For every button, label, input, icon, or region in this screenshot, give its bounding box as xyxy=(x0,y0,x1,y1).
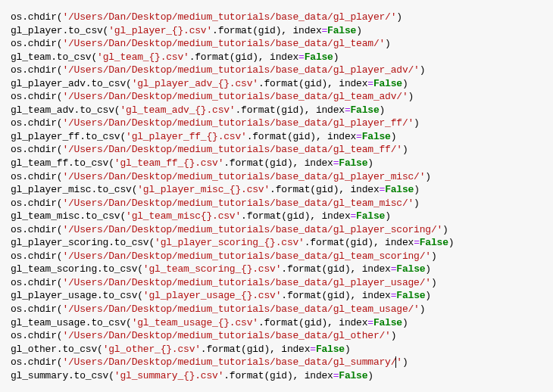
code-token: gl_other.to_csv( xyxy=(11,344,103,355)
code-line[interactable]: os.chdir('/Users/Dan/Desktop/medium_tuto… xyxy=(11,90,539,104)
code-token: os.chdir( xyxy=(11,250,62,262)
code-line[interactable]: os.chdir('/Users/Dan/Desktop/medium_tuto… xyxy=(11,11,539,24)
code-token: = xyxy=(310,344,316,355)
code-token: gl_player_scoring.to_csv( xyxy=(11,237,155,248)
code-line[interactable]: gl_team_adv.to_csv('gl_team_adv_{}.csv'.… xyxy=(11,104,539,117)
code-token: 'gl_team_misc{}.csv' xyxy=(126,210,241,222)
code-token: os.chdir( xyxy=(11,224,62,235)
code-token: .format(gid), index xyxy=(223,370,333,381)
code-token: 'gl_team_usage_{}.csv' xyxy=(132,317,258,328)
code-token: gl_player_misc.to_csv( xyxy=(11,184,137,195)
code-token: 'gl_player_adv_{}.csv' xyxy=(132,78,258,89)
code-token: '/Users/Dan/Desktop/medium_tutorials/bas… xyxy=(62,224,442,235)
code-token: ) xyxy=(414,184,420,195)
code-token: False xyxy=(327,25,356,36)
code-token: .format(gid), index xyxy=(270,184,379,195)
code-line[interactable]: gl_team_scoring.to_csv('gl_team_scoring_… xyxy=(11,263,539,276)
code-token: ) xyxy=(345,344,351,355)
code-line[interactable] xyxy=(11,382,539,392)
code-token: os.chdir( xyxy=(11,330,62,341)
code-line[interactable]: gl_player_misc.to_csv('gl_player_misc_{}… xyxy=(11,183,539,197)
code-token: .format(gid), index xyxy=(189,51,298,63)
code-line[interactable]: os.chdir('/Users/Dan/Desktop/medium_tuto… xyxy=(11,143,539,157)
code-token: os.chdir( xyxy=(11,117,62,129)
code-line[interactable]: os.chdir('/Users/Dan/Desktop/medium_tuto… xyxy=(11,197,539,210)
code-line[interactable]: gl_player_usage.to_csv('gl_player_usage_… xyxy=(11,289,539,303)
code-line[interactable]: os.chdir('/Users/Dan/Desktop/medium_tuto… xyxy=(11,329,539,343)
code-token: ) xyxy=(408,91,414,102)
code-token: = xyxy=(345,104,351,116)
code-line[interactable]: os.chdir('/Users/Dan/Desktop/medium_tuto… xyxy=(11,250,539,263)
code-token: False xyxy=(351,104,380,116)
code-token: ) xyxy=(356,25,362,36)
code-token: gl_team_ff.to_csv( xyxy=(11,157,114,169)
code-line[interactable]: gl_player_adv.to_csv('gl_player_adv_{}.c… xyxy=(11,77,539,91)
code-token: ) xyxy=(333,51,339,63)
code-token: '/Users/Dan/Desktop/medium_tutorials/bas… xyxy=(62,303,419,315)
code-token: ) xyxy=(431,277,437,288)
code-token: ) xyxy=(380,104,386,116)
code-token: False xyxy=(339,370,367,381)
code-token: 'gl_team_adv_{}.csv' xyxy=(120,104,235,116)
code-token: os.chdir( xyxy=(11,198,62,209)
code-token: .format(gid), index xyxy=(201,344,310,355)
code-line[interactable]: os.chdir('/Users/Dan/Desktop/medium_tuto… xyxy=(11,276,539,290)
code-token: '/Users/Dan/Desktop/medium_tutorials/bas… xyxy=(62,198,414,209)
code-token: ) xyxy=(448,237,455,248)
code-line[interactable]: gl_team_ff.to_csv('gl_team_ff_{}.csv'.fo… xyxy=(11,157,539,170)
code-token: .format(gid), index xyxy=(223,157,333,169)
code-token: 'gl_player_ff_{}.csv' xyxy=(126,131,247,142)
code-token: ) xyxy=(391,330,397,341)
code-token: .format(gid), index xyxy=(281,263,390,275)
code-editor[interactable]: os.chdir('/Users/Dan/Desktop/medium_tuto… xyxy=(0,0,553,392)
code-token: ) xyxy=(402,317,408,328)
code-line[interactable]: os.chdir('/Users/Dan/Desktop/medium_tuto… xyxy=(11,356,539,369)
code-line[interactable]: os.chdir('/Users/Dan/Desktop/medium_tuto… xyxy=(11,64,539,77)
code-token: ) xyxy=(431,250,437,262)
code-line[interactable]: gl_player_scoring.to_csv('gl_player_scor… xyxy=(11,236,539,250)
code-line[interactable]: gl_team_usage.to_csv('gl_team_usage_{}.c… xyxy=(11,316,539,330)
code-token: .format(gid), index xyxy=(305,237,414,248)
code-line[interactable]: gl_player.to_csv('gl_player_{}.csv'.form… xyxy=(11,24,539,38)
code-token: '/Users/Dan/Desktop/medium_tutorials/bas… xyxy=(62,250,430,262)
code-token: ) xyxy=(367,370,373,381)
code-token: '/Users/Dan/Desktop/medium_tutorials/bas… xyxy=(62,277,430,288)
code-line[interactable]: gl_player_ff.to_csv('gl_player_ff_{}.csv… xyxy=(11,130,539,144)
code-token: = xyxy=(380,184,386,195)
code-token: ) xyxy=(425,290,431,301)
code-token: 'gl_other_{}.csv' xyxy=(103,344,201,355)
code-token: '/Users/Dan/Desktop/medium_tutorials/bas… xyxy=(62,91,408,102)
code-line[interactable]: gl_team_misc.to_csv('gl_team_misc{}.csv'… xyxy=(11,210,539,223)
code-token: gl_team_scoring.to_csv( xyxy=(11,263,143,275)
code-token: 'gl_summary_{}.csv' xyxy=(114,370,223,381)
code-token: gl_team.to_csv( xyxy=(11,51,97,63)
code-line[interactable]: os.chdir('/Users/Dan/Desktop/medium_tuto… xyxy=(11,303,539,316)
code-token: = xyxy=(322,25,328,36)
code-token: '/Users/Dan/Desktop/medium_tutorials/bas… xyxy=(62,144,401,155)
code-token: gl_summary.to_csv( xyxy=(11,370,114,381)
code-token: ) xyxy=(414,198,420,209)
code-token: '/Users/Dan/Desktop/medium_tutorials/bas… xyxy=(62,117,414,129)
code-token: False xyxy=(305,51,333,63)
code-line[interactable]: gl_team.to_csv('gl_team_{}.csv'.format(g… xyxy=(11,51,539,64)
code-token: False xyxy=(339,157,367,169)
code-line[interactable]: gl_other.to_csv('gl_other_{}.csv'.format… xyxy=(11,343,539,356)
code-token: ) xyxy=(402,356,408,368)
code-token: 'gl_team_scoring_{}.csv' xyxy=(143,263,281,275)
code-token: .format(gid), index xyxy=(281,290,390,301)
code-line[interactable]: os.chdir('/Users/Dan/Desktop/medium_tuto… xyxy=(11,223,539,237)
code-token: ) xyxy=(420,64,426,76)
code-token: gl_player.to_csv( xyxy=(11,25,108,36)
code-token: gl_player_usage.to_csv( xyxy=(11,290,143,301)
code-token: False xyxy=(362,131,391,142)
code-line[interactable]: os.chdir('/Users/Dan/Desktop/medium_tuto… xyxy=(11,117,539,130)
code-token: 'gl_player_usage_{}.csv' xyxy=(143,290,281,301)
code-token: os.chdir( xyxy=(11,38,62,49)
code-token: = xyxy=(414,237,420,248)
code-line[interactable]: os.chdir('/Users/Dan/Desktop/medium_tuto… xyxy=(11,37,539,51)
code-line[interactable]: os.chdir('/Users/Dan/Desktop/medium_tuto… xyxy=(11,170,539,184)
code-token: False xyxy=(396,263,425,275)
code-line[interactable]: gl_summary.to_csv('gl_summary_{}.csv'.fo… xyxy=(11,369,539,383)
code-token: ) xyxy=(385,210,391,222)
code-token: os.chdir( xyxy=(11,303,62,315)
